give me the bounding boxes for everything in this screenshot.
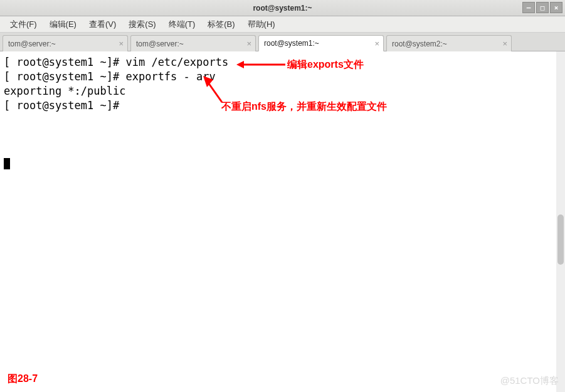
- tab-label: tom@server:~: [136, 40, 184, 48]
- tab-close-icon[interactable]: ×: [502, 39, 507, 48]
- window-titlebar: root@system1:~ — □ ×: [0, 0, 565, 16]
- scrollbar-thumb[interactable]: [557, 215, 564, 265]
- annotation-exportfs: 不重启nfs服务，并重新生效配置文件: [221, 100, 387, 114]
- tab-root-system2[interactable]: root@system2:~ ×: [386, 35, 512, 51]
- terminal-output: [ root@system1 ~]# vim /etc/exports [ ro…: [4, 56, 228, 112]
- tab-close-icon[interactable]: ×: [246, 39, 251, 48]
- tab-close-icon[interactable]: ×: [374, 39, 379, 48]
- tab-tom-server-1[interactable]: tom@server:~ ×: [3, 35, 128, 51]
- window-minimize-button[interactable]: —: [522, 2, 535, 13]
- menu-help[interactable]: 帮助(H): [243, 18, 280, 31]
- tab-label: root@system2:~: [392, 40, 447, 48]
- annotation-edit-exports: 编辑exports文件: [287, 58, 364, 72]
- watermark: @51CTO博客: [500, 375, 559, 387]
- tab-label: root@system1:~: [264, 39, 319, 48]
- tab-root-system1[interactable]: root@system1:~ ×: [258, 35, 384, 51]
- tab-close-icon[interactable]: ×: [119, 39, 124, 48]
- menu-tabs[interactable]: 标签(B): [203, 18, 240, 31]
- window-controls: — □ ×: [522, 2, 562, 13]
- window-title: root@system1:~: [253, 4, 312, 13]
- menu-edit[interactable]: 编辑(E): [45, 18, 82, 31]
- menu-view[interactable]: 查看(V): [84, 18, 121, 31]
- menu-bar: 文件(F) 编辑(E) 查看(V) 搜索(S) 终端(T) 标签(B) 帮助(H…: [0, 16, 565, 33]
- window-close-button[interactable]: ×: [550, 2, 562, 13]
- menu-file[interactable]: 文件(F): [5, 18, 42, 31]
- figure-label: 图28-7: [8, 373, 38, 386]
- tab-bar: tom@server:~ × tom@server:~ × root@syste…: [0, 33, 565, 51]
- terminal-cursor: [4, 158, 10, 169]
- window-maximize-button[interactable]: □: [536, 2, 549, 13]
- tab-tom-server-2[interactable]: tom@server:~ ×: [130, 35, 256, 51]
- menu-search[interactable]: 搜索(S): [124, 18, 161, 31]
- menu-terminal[interactable]: 终端(T): [164, 18, 201, 31]
- tab-label: tom@server:~: [8, 40, 56, 48]
